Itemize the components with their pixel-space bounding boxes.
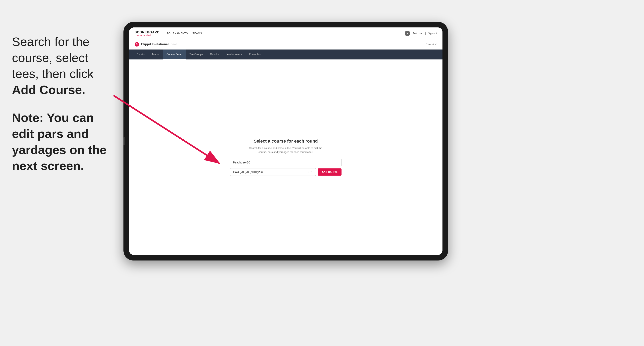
tee-select-row: Gold (M) (M) (7010 yds) × ⌃ Add Course	[230, 168, 342, 176]
logo-area: SCOREBOARD Powered by clippd	[134, 31, 160, 36]
tablet-device: SCOREBOARD Powered by clippd TOURNAMENTS…	[124, 22, 448, 260]
nav-right: T Test User | Sign out	[405, 31, 437, 36]
tab-bar: Details Teams Course Setup Tee Groups Re…	[129, 49, 442, 59]
nav-links: TOURNAMENTS TEAMS	[167, 32, 202, 35]
annotation-paragraph2: Note: You can edit pars and yardages on …	[12, 110, 112, 174]
tee-clear-icon[interactable]: ×	[308, 171, 309, 173]
panel-title: Select a course for each round	[254, 139, 318, 144]
tournament-name-row: C Clippd Invitational (Men)	[134, 42, 178, 46]
tab-leaderboards[interactable]: Leaderboards	[222, 49, 245, 59]
tablet-side-button	[124, 137, 125, 145]
tee-dropdown-icon[interactable]: ⌃	[310, 171, 313, 173]
add-course-button[interactable]: Add Course	[318, 169, 342, 175]
annotation-paragraph1: Search for thecourse, selecttees, then c…	[12, 34, 112, 98]
tee-select-dropdown[interactable]: Gold (M) (M) (7010 yds) × ⌃	[230, 168, 316, 176]
nav-left: SCOREBOARD Powered by clippd TOURNAMENTS…	[134, 31, 202, 36]
main-content: Select a course for each round Search fo…	[129, 59, 442, 255]
user-avatar: T	[405, 31, 410, 36]
panel-description: Search for a course and select a tee. Yo…	[249, 146, 322, 154]
nav-teams[interactable]: TEAMS	[192, 32, 202, 35]
tournament-name: Clippd Invitational	[141, 42, 169, 46]
logo-subtitle: Powered by clippd	[134, 34, 160, 36]
nav-bar: SCOREBOARD Powered by clippd TOURNAMENTS…	[129, 27, 442, 39]
user-name: Test User	[412, 32, 423, 35]
nav-tournaments[interactable]: TOURNAMENTS	[167, 32, 188, 35]
tab-teams[interactable]: Teams	[148, 49, 163, 59]
tab-details[interactable]: Details	[133, 49, 148, 59]
tab-tee-groups[interactable]: Tee Groups	[186, 49, 206, 59]
nav-separator: |	[425, 32, 426, 35]
tab-course-setup[interactable]: Course Setup	[163, 49, 186, 59]
tournament-logo: C	[134, 42, 139, 46]
logo-title: SCOREBOARD	[134, 31, 160, 34]
tournament-gender: (Men)	[171, 43, 178, 46]
annotation-bold: Add Course.	[12, 83, 86, 97]
tournament-header: C Clippd Invitational (Men) Cancel ✕	[129, 39, 442, 49]
cancel-button[interactable]: Cancel ✕	[426, 43, 437, 46]
tab-results[interactable]: Results	[206, 49, 222, 59]
sign-out-link[interactable]: Sign out	[428, 32, 437, 35]
annotation-area: Search for thecourse, selecttees, then c…	[0, 26, 124, 182]
tablet-screen: SCOREBOARD Powered by clippd TOURNAMENTS…	[129, 27, 442, 255]
course-search-input[interactable]	[230, 159, 342, 166]
course-setup-panel: Select a course for each round Search fo…	[230, 139, 342, 176]
tab-printables[interactable]: Printables	[245, 49, 264, 59]
tee-value: Gold (M) (M) (7010 yds)	[233, 171, 263, 173]
tee-select-controls: × ⌃	[308, 171, 313, 173]
